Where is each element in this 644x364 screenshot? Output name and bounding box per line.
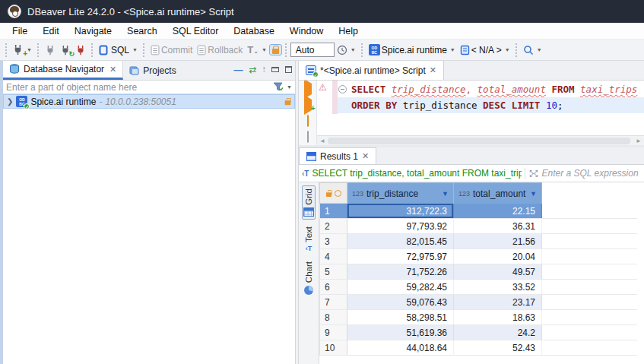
expand-chevron-icon[interactable]: ❯: [7, 97, 13, 106]
menu-item-database[interactable]: Database: [226, 26, 282, 36]
warning-icon[interactable]: ⚠: [319, 82, 327, 93]
cell-total_amount[interactable]: 49.57: [454, 264, 542, 279]
cell-trip_distance[interactable]: 59,282.45: [347, 280, 454, 294]
row-number[interactable]: 3: [319, 234, 347, 248]
sql-code-area[interactable]: −SELECT trip_distance, total_amount FROM…: [338, 81, 644, 135]
view-menu-icon[interactable]: ⁝: [263, 65, 266, 74]
close-icon[interactable]: ✕: [109, 65, 116, 74]
cell-trip_distance[interactable]: 97,793.92: [347, 219, 454, 233]
cell-trip_distance[interactable]: 59,076.43: [347, 295, 454, 309]
active-connection-selector[interactable]: ODBC Spice.ai runtime ▼: [366, 43, 458, 57]
sql-line-1[interactable]: −SELECT trip_distance, total_amount FROM…: [338, 81, 644, 97]
cell-trip_distance[interactable]: 82,015.45: [347, 234, 454, 248]
sort-desc-icon[interactable]: ▼: [442, 190, 449, 198]
table-row[interactable]: 472,975.9720.04: [319, 249, 637, 264]
toolbar-drag-handle[interactable]: [4, 43, 8, 57]
cell-trip_distance[interactable]: 51,619.36: [347, 325, 454, 340]
sort-desc-icon[interactable]: ▼: [530, 190, 537, 198]
chevron-down-icon[interactable]: ▼: [287, 84, 292, 90]
collapse-all-icon[interactable]: —: [233, 65, 243, 75]
cell-total_amount[interactable]: 24.2: [454, 325, 542, 340]
scroll-right-icon[interactable]: ►: [633, 138, 644, 144]
grid-corner-cell[interactable]: [319, 182, 347, 204]
row-number[interactable]: 10: [319, 340, 347, 355]
expand-filter-icon[interactable]: ↖↗ ↙↘: [528, 169, 538, 179]
cell-total_amount[interactable]: 23.17: [454, 295, 542, 309]
tab-projects[interactable]: Projects: [123, 61, 182, 80]
menu-item-sql-editor[interactable]: SQL Editor: [165, 26, 227, 36]
row-number[interactable]: 1: [319, 204, 347, 218]
close-icon[interactable]: ✕: [430, 65, 436, 75]
menu-item-navigate[interactable]: Navigate: [67, 26, 119, 36]
reconnect-button[interactable]: ↻: [58, 43, 73, 57]
tab-database-navigator[interactable]: Database Navigator ✕: [3, 61, 123, 80]
cell-total_amount[interactable]: 20.04: [454, 249, 542, 264]
execute-script-button[interactable]: [307, 116, 309, 126]
transaction-log-button[interactable]: ▼: [335, 43, 358, 57]
column-header-trip_distance[interactable]: 123trip_distance▼: [347, 182, 454, 204]
maximize-panel-icon[interactable]: [285, 66, 292, 73]
table-row[interactable]: 297,793.9236.31: [319, 219, 637, 234]
search-button[interactable]: ▼: [521, 43, 544, 57]
filter-funnel-icon[interactable]: [273, 82, 284, 92]
table-row[interactable]: 1044,018.6452.43: [319, 340, 637, 356]
row-number[interactable]: 7: [319, 295, 347, 309]
editor-horizontal-scrollbar[interactable]: ◄ ►: [317, 135, 644, 145]
cell-total_amount[interactable]: 36.31: [454, 219, 542, 233]
table-row[interactable]: 858,298.5118.63: [319, 310, 637, 325]
table-row[interactable]: 382,015.4521.56: [319, 234, 637, 249]
rollback-button[interactable]: Rollback: [195, 43, 245, 57]
view-tab-text[interactable]: Text‹T: [303, 224, 314, 255]
link-with-editor-icon[interactable]: ⇄: [249, 65, 256, 75]
object-filter-input[interactable]: Enter a part of object name here ▼: [3, 81, 295, 94]
active-schema-selector[interactable]: < N/A > ▼: [458, 43, 512, 57]
column-header-total_amount[interactable]: 123total_amount▼: [454, 182, 542, 204]
commit-button[interactable]: Commit: [148, 43, 195, 57]
sql-editor-button[interactable]: SQL ▼: [97, 43, 140, 57]
menu-item-edit[interactable]: Edit: [35, 26, 67, 36]
row-number[interactable]: 4: [319, 249, 347, 264]
table-row[interactable]: 1312,722.322.15: [319, 204, 637, 219]
row-number[interactable]: 6: [319, 280, 347, 294]
tab-results-1[interactable]: Results 1 ✕: [299, 147, 376, 164]
commit-mode-select[interactable]: Auto: [290, 43, 335, 57]
cell-total_amount[interactable]: 18.63: [454, 310, 542, 324]
cell-trip_distance[interactable]: 312,722.3: [347, 204, 454, 218]
menu-item-file[interactable]: File: [5, 26, 35, 36]
execute-new-tab-button[interactable]: +: [304, 100, 312, 110]
cell-total_amount[interactable]: 52.43: [454, 340, 542, 355]
minimize-panel-icon[interactable]: [271, 67, 279, 72]
cell-trip_distance[interactable]: 72,975.97: [347, 249, 454, 264]
table-row[interactable]: 951,619.3624.2: [319, 325, 637, 340]
row-number[interactable]: 9: [319, 325, 347, 340]
explain-plan-button[interactable]: [307, 131, 309, 142]
close-icon[interactable]: ✕: [362, 151, 369, 161]
cell-trip_distance[interactable]: 44,018.64: [347, 340, 454, 355]
scrollbar-thumb[interactable]: [328, 138, 630, 144]
connect-button[interactable]: [43, 43, 58, 57]
scroll-left-icon[interactable]: ◄: [317, 138, 328, 144]
row-number[interactable]: 2: [319, 219, 347, 233]
cell-total_amount[interactable]: 21.56: [454, 234, 542, 248]
menu-item-search[interactable]: Search: [119, 26, 165, 36]
sql-line-2[interactable]: ORDER BY trip_distance DESC LIMIT 10;: [338, 97, 644, 113]
table-row[interactable]: 571,752.2649.57: [319, 264, 637, 280]
row-number[interactable]: 5: [319, 264, 347, 279]
execute-statement-button[interactable]: [304, 84, 312, 94]
cell-trip_distance[interactable]: 58,298.51: [347, 310, 454, 324]
auto-commit-lock-toggle[interactable]: [269, 44, 282, 55]
row-number[interactable]: 8: [319, 310, 347, 324]
transaction-mode-button[interactable]: T⌄ ▼: [245, 43, 269, 57]
table-row[interactable]: 759,076.4323.17: [319, 295, 637, 310]
view-tab-grid[interactable]: Grid: [302, 185, 316, 220]
new-connection-button[interactable]: + ▼: [10, 43, 34, 57]
menu-item-help[interactable]: Help: [331, 26, 366, 36]
view-tab-chart[interactable]: Chart: [303, 259, 315, 298]
menu-item-window[interactable]: Window: [282, 26, 331, 36]
table-row[interactable]: 659,282.4533.52: [319, 280, 637, 295]
tree-item-connection[interactable]: ❯ ODBC ✓ Spice.ai runtime - 10.0.0.238:5…: [3, 94, 295, 109]
tab-sql-script[interactable]: ✓ *<Spice.ai runtime> Script ✕: [299, 61, 444, 80]
disconnect-button[interactable]: [73, 43, 88, 57]
filter-expression-placeholder[interactable]: Enter a SQL expression to: [541, 168, 641, 179]
cell-trip_distance[interactable]: 71,752.26: [347, 264, 454, 279]
